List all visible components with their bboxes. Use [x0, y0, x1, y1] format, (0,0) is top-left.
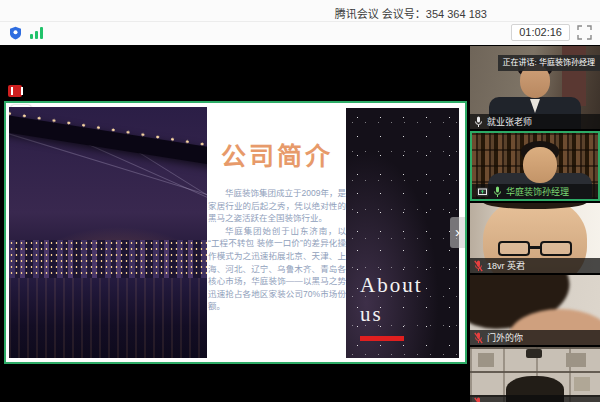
shared-screen[interactable]: 华庭装饰 公司简介 华庭装饰集团成立于2009年，是家居行业的后起之秀，凭以绝对… — [4, 101, 467, 364]
bridge-night-photo — [9, 107, 207, 358]
slide-title: 公司简介 — [206, 136, 348, 172]
network-signal-icon[interactable] — [30, 27, 44, 39]
security-shield-icon[interactable] — [9, 26, 22, 44]
huating-mini-logo — [8, 85, 22, 97]
participant-video-2[interactable]: 华庭装饰孙经理 — [470, 131, 600, 201]
next-slide-arrow-icon: › — [450, 217, 465, 248]
participant-2-name: 华庭装饰孙经理 — [506, 185, 569, 198]
status-row: 01:02:16 — [0, 22, 600, 44]
participant-1-name-bar: 就业张老师 — [470, 114, 600, 129]
participant-video-4[interactable]: 门外的你 — [470, 275, 600, 345]
participant-1-name: 就业张老师 — [487, 115, 532, 128]
toolbar: 腾讯会议 会议号：354 364 183 01:02:16 — [0, 0, 600, 45]
slide-body-text: 华庭装饰集团成立于2009年，是家居行业的后起之秀，凭以绝对性的黑马之姿活跃在全… — [208, 187, 346, 313]
mic-active-icon — [493, 186, 502, 198]
mic-on-icon — [474, 116, 483, 128]
mic-muted-icon — [474, 260, 483, 272]
slide-paragraph-2: 华庭集团始创于山东济南，以“工程不转包 装修一口价”的差异化操作模式为之迅速拓展… — [208, 225, 346, 313]
meeting-duration: 01:02:16 — [511, 24, 570, 41]
participant-5-video-feed — [470, 347, 600, 402]
mic-muted-icon — [474, 397, 483, 402]
starry-sky-panel: About us — [346, 108, 459, 358]
participant-strip: 正在讲话: 华庭装饰孙经理 就业张老师 华庭装饰孙经理 — [470, 46, 600, 402]
participant-3-name-bar: 18vr 英君 — [470, 258, 600, 273]
meeting-title: 腾讯会议 会议号：354 364 183 — [335, 5, 487, 21]
participant-4-name: 门外的你 — [487, 331, 523, 344]
water-reflection — [9, 278, 207, 358]
speaking-banner: 正在讲话: 华庭装饰孙经理 — [498, 55, 600, 71]
participant-4-name-bar: 门外的你 — [470, 330, 600, 345]
participant-video-3[interactable]: 18vr 英君 — [470, 203, 600, 273]
participant-video-5[interactable] — [470, 347, 600, 402]
fullscreen-icon[interactable] — [577, 25, 592, 44]
slide-paragraph-1: 华庭装饰集团成立于2009年，是家居行业的后起之秀，凭以绝对性的黑马之姿活跃在全… — [208, 187, 346, 225]
about-us-heading: About us — [360, 271, 423, 341]
mic-muted-icon — [474, 332, 483, 344]
about-underline — [360, 336, 404, 341]
title-row: 腾讯会议 会议号：354 364 183 — [0, 0, 600, 22]
participant-5-name-bar — [470, 395, 600, 402]
participant-3-name: 18vr 英君 — [487, 259, 525, 272]
city-skyline — [9, 240, 207, 278]
participant-2-name-bar: 华庭装饰孙经理 — [472, 184, 598, 199]
meeting-window: 腾讯会议 会议号：354 364 183 01:02:16 华庭装饰 — [0, 0, 600, 402]
screen-sharing-icon — [476, 187, 489, 197]
